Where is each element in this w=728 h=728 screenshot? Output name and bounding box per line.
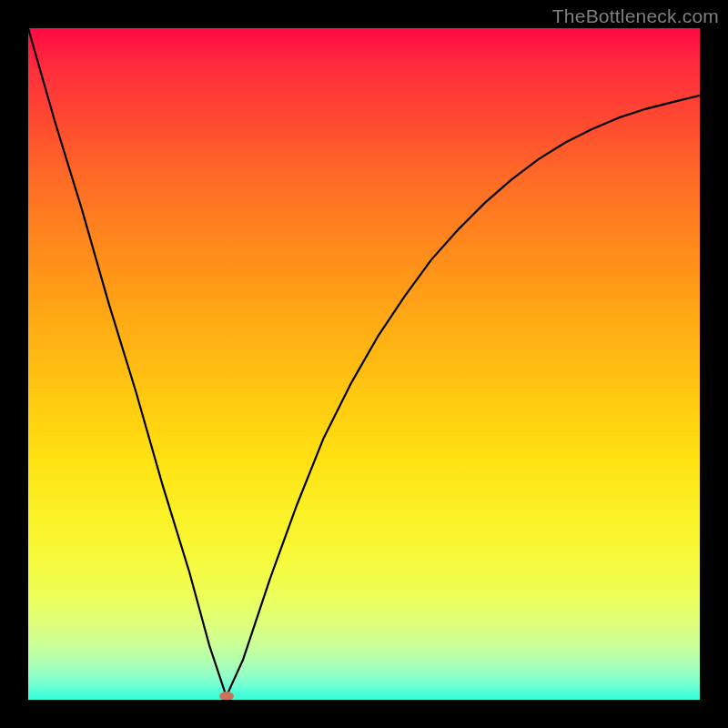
watermark-text: TheBottleneck.com (552, 5, 719, 27)
bottleneck-curve (28, 28, 700, 700)
plot-area (28, 28, 700, 700)
chart-frame: TheBottleneck.com (0, 0, 728, 728)
optimum-marker (219, 692, 234, 700)
